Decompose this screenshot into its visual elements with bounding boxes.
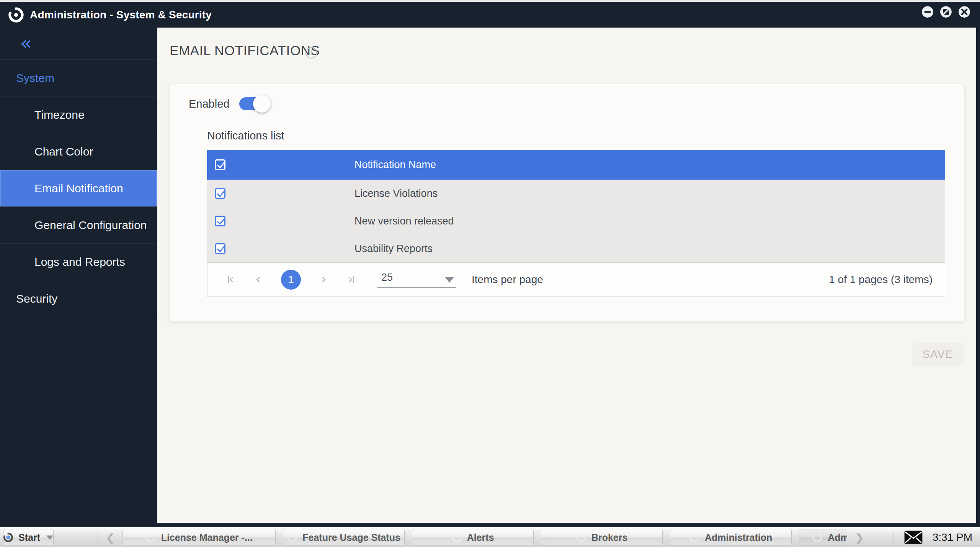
taskbar-item-administration[interactable]: Administration bbox=[670, 529, 792, 546]
sidebar-item-email-notification[interactable]: Email Notification bbox=[0, 170, 157, 206]
taskbar-item-label: Adm bbox=[828, 532, 847, 543]
next-page-icon[interactable] bbox=[318, 275, 328, 285]
pagination-bar: 1 25 Items per page 1 of 1 pages (3 item bbox=[207, 262, 945, 297]
previous-page-icon[interactable] bbox=[253, 275, 263, 285]
table-row[interactable]: New version released bbox=[207, 207, 945, 235]
sidebar-nav: System Timezone Chart Color Email Notifi… bbox=[0, 59, 157, 317]
app-swirl-icon bbox=[146, 532, 156, 542]
notifications-table: Notification Name License Violations New… bbox=[207, 150, 945, 297]
taskbar-item-brokers[interactable]: Brokers bbox=[541, 529, 663, 546]
select-all-checkbox[interactable] bbox=[215, 159, 225, 170]
sidebar: « System Timezone Chart Color Email Noti… bbox=[0, 28, 157, 527]
header-checkbox-cell bbox=[207, 159, 354, 170]
taskbar-item-label: Administration bbox=[705, 532, 772, 543]
sidebar-item-label: Logs and Reports bbox=[34, 255, 125, 269]
table-row[interactable]: License Violations bbox=[207, 180, 945, 207]
row-checkbox-cell bbox=[207, 188, 354, 199]
page-title: EMAIL NOTIFICATIONS bbox=[170, 43, 320, 58]
row-checkbox[interactable] bbox=[215, 188, 225, 199]
row-checkbox-cell bbox=[207, 243, 354, 254]
notification-name: New version released bbox=[354, 215, 454, 227]
taskbar-item-label: License Manager -... bbox=[161, 532, 253, 543]
row-checkbox[interactable] bbox=[215, 243, 225, 254]
app-swirl-icon bbox=[576, 532, 586, 542]
taskbar: Start ❮ License Manager -... Feature Usa… bbox=[0, 527, 980, 547]
settings-card: Enabled Notifications list Notification … bbox=[169, 84, 965, 322]
window-title: Administration - System & Security bbox=[30, 9, 212, 21]
taskbar-window-buttons: ❮ License Manager -... Feature Usage Sta… bbox=[98, 529, 864, 546]
current-page-button[interactable]: 1 bbox=[281, 270, 301, 290]
toggle-knob[interactable] bbox=[253, 95, 271, 113]
pager-controls: 1 bbox=[226, 270, 356, 290]
notifications-list-label: Notifications list bbox=[207, 129, 284, 142]
taskbar-item-feature-usage-status[interactable]: Feature Usage Status bbox=[283, 529, 405, 546]
taskbar-item-alerts[interactable]: Alerts bbox=[412, 529, 534, 546]
last-page-icon[interactable] bbox=[346, 275, 356, 285]
sidebar-item-security[interactable]: Security bbox=[0, 280, 157, 317]
pagination-summary: 1 of 1 pages (3 items) bbox=[829, 274, 933, 286]
sidebar-item-system[interactable]: System bbox=[0, 59, 157, 96]
taskbar-item-license-manager[interactable]: License Manager -... bbox=[122, 529, 276, 546]
enabled-setting-row: Enabled bbox=[189, 97, 268, 110]
scroll-right-icon[interactable]: ❯ bbox=[854, 531, 864, 544]
close-icon[interactable] bbox=[958, 5, 971, 18]
taskbar-separator bbox=[98, 531, 98, 544]
info-icon[interactable]: i bbox=[305, 47, 317, 59]
sidebar-collapse-icon[interactable]: « bbox=[20, 33, 32, 53]
sidebar-item-label: System bbox=[16, 72, 54, 85]
sidebar-item-logs-and-reports[interactable]: Logs and Reports bbox=[0, 243, 157, 280]
row-checkbox[interactable] bbox=[215, 216, 225, 226]
taskbar-item-label: Alerts bbox=[467, 532, 494, 543]
items-per-page-select[interactable]: 25 bbox=[377, 272, 456, 288]
taskbar-clock: 3:31 PM bbox=[933, 531, 972, 544]
first-page-icon[interactable] bbox=[226, 275, 236, 285]
sidebar-item-label: General Configuration bbox=[34, 219, 147, 232]
sidebar-item-label: Chart Color bbox=[34, 145, 93, 158]
table-row[interactable]: Usability Reports bbox=[207, 235, 945, 262]
save-button[interactable]: SAVE bbox=[912, 343, 964, 366]
taskbar-separator bbox=[893, 531, 894, 544]
row-checkbox-cell bbox=[207, 216, 354, 226]
start-button[interactable]: Start bbox=[3, 529, 54, 546]
window-controls bbox=[921, 5, 971, 18]
maximize-icon[interactable] bbox=[939, 5, 952, 18]
chevron-down-icon bbox=[445, 277, 454, 283]
column-header: Notification Name bbox=[354, 159, 436, 171]
sidebar-item-chart-color[interactable]: Chart Color bbox=[0, 133, 157, 170]
taskbar-item-administration-2[interactable]: Adm bbox=[799, 529, 847, 546]
enabled-toggle[interactable] bbox=[239, 97, 268, 110]
sidebar-item-timezone[interactable]: Timezone bbox=[0, 96, 157, 133]
taskbar-item-label: Feature Usage Status bbox=[302, 532, 400, 543]
application-window: Administration - System & Security « Sys… bbox=[0, 0, 980, 547]
items-per-page-value: 25 bbox=[381, 272, 393, 283]
sidebar-item-label: Timezone bbox=[34, 108, 85, 121]
taskbar-tray: 3:31 PM bbox=[893, 527, 972, 547]
start-logo-icon bbox=[3, 532, 13, 542]
table-header-row: Notification Name bbox=[207, 150, 945, 180]
taskbar-item-clipped: Adm bbox=[799, 529, 847, 546]
main-content: EMAIL NOTIFICATIONS i Enabled Notificati… bbox=[157, 28, 976, 523]
notification-name: License Violations bbox=[354, 188, 438, 200]
chevron-down-icon bbox=[46, 536, 53, 540]
mail-icon[interactable] bbox=[904, 531, 923, 544]
window-top-edge bbox=[0, 0, 980, 2]
items-per-page-label: Items per page bbox=[472, 274, 543, 286]
app-swirl-icon bbox=[812, 532, 822, 542]
sidebar-item-label: Security bbox=[16, 292, 57, 305]
sidebar-item-general-configuration[interactable]: General Configuration bbox=[0, 206, 157, 243]
app-swirl-icon bbox=[452, 532, 462, 542]
taskbar-item-label: Brokers bbox=[591, 532, 628, 543]
app-swirl-icon bbox=[287, 532, 297, 542]
sidebar-divider bbox=[0, 317, 157, 317]
app-logo-icon bbox=[8, 7, 24, 23]
scroll-left-icon[interactable]: ❮ bbox=[106, 531, 115, 544]
start-label: Start bbox=[18, 532, 40, 543]
minimize-icon[interactable] bbox=[921, 5, 934, 18]
sidebar-item-label: Email Notification bbox=[34, 182, 123, 195]
title-bar: Administration - System & Security bbox=[0, 2, 980, 28]
enabled-label: Enabled bbox=[189, 98, 229, 110]
notification-name: Usability Reports bbox=[354, 243, 433, 255]
app-swirl-icon bbox=[689, 532, 699, 542]
